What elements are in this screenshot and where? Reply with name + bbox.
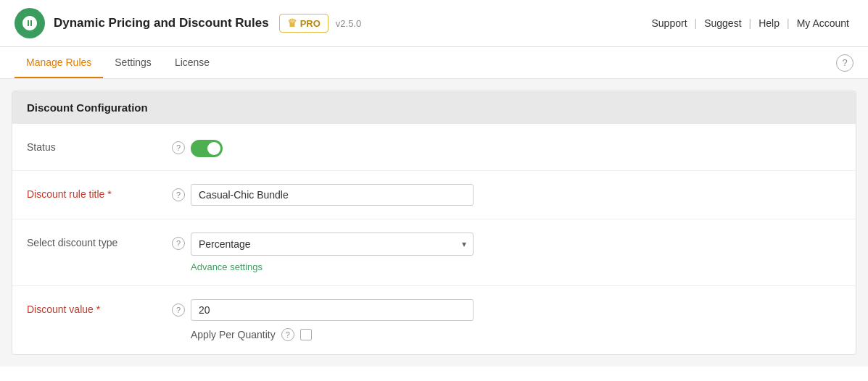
discount-type-label: Select discount type: [27, 237, 117, 248]
sep-3: |: [787, 17, 790, 29]
card-header: Discount Configuration: [12, 91, 856, 124]
apply-per-quantity-help-icon[interactable]: ?: [281, 328, 294, 341]
crown-icon: ♛: [287, 17, 297, 30]
advance-settings-link[interactable]: Advance settings: [191, 261, 474, 272]
help-link[interactable]: Help: [754, 17, 784, 29]
apply-per-quantity-checkbox[interactable]: [300, 329, 312, 340]
suggest-link[interactable]: Suggest: [700, 17, 745, 29]
card-title: Discount Configuration: [27, 101, 148, 114]
status-toggle[interactable]: [191, 140, 223, 157]
tab-help-icon[interactable]: ?: [836, 54, 853, 72]
discount-rule-title-row: Discount rule title * ?: [12, 171, 856, 219]
version-label: v2.5.0: [336, 18, 361, 29]
discount-value-input[interactable]: [191, 299, 474, 321]
tab-bar: Manage Rules Settings License ?: [0, 47, 868, 79]
pro-label: PRO: [300, 18, 321, 29]
status-help-icon[interactable]: ?: [172, 141, 185, 154]
support-link[interactable]: Support: [647, 17, 691, 29]
status-label: Status: [27, 141, 56, 153]
discount-type-select[interactable]: Percentage Fixed Fixed Price: [191, 233, 474, 256]
discount-value-label: Discount value *: [27, 303, 100, 315]
tab-settings[interactable]: Settings: [103, 47, 163, 78]
app-title: Dynamic Pricing and Discount Rules: [54, 16, 269, 30]
discount-rule-title-input[interactable]: [191, 184, 474, 206]
apply-per-quantity-row: Apply Per Quantity ?: [191, 328, 474, 341]
tab-license[interactable]: License: [163, 47, 221, 78]
discount-type-select-wrap: Percentage Fixed Fixed Price ▾: [191, 233, 474, 256]
app-logo: [15, 8, 45, 38]
toggle-slider: [191, 140, 223, 157]
discount-value-row: Discount value * ? Apply Per Quantity ?: [12, 286, 856, 354]
pro-badge: ♛ PRO: [279, 14, 328, 33]
discount-title-help-icon[interactable]: ?: [172, 188, 185, 201]
discount-type-help-icon[interactable]: ?: [172, 237, 185, 250]
sep-1: |: [695, 17, 698, 29]
select-discount-type-row: Select discount type ? Percentage Fixed …: [12, 219, 856, 286]
sep-2: |: [749, 17, 752, 29]
discount-config-card: Discount Configuration Status ?: [12, 91, 856, 355]
discount-value-help-icon[interactable]: ?: [172, 303, 185, 317]
my-account-link[interactable]: My Account: [793, 17, 853, 29]
status-row: Status ?: [12, 124, 856, 171]
apply-per-quantity-label: Apply Per Quantity: [191, 329, 276, 340]
tab-manage-rules[interactable]: Manage Rules: [15, 47, 103, 78]
discount-rule-title-label: Discount rule title *: [27, 188, 112, 200]
